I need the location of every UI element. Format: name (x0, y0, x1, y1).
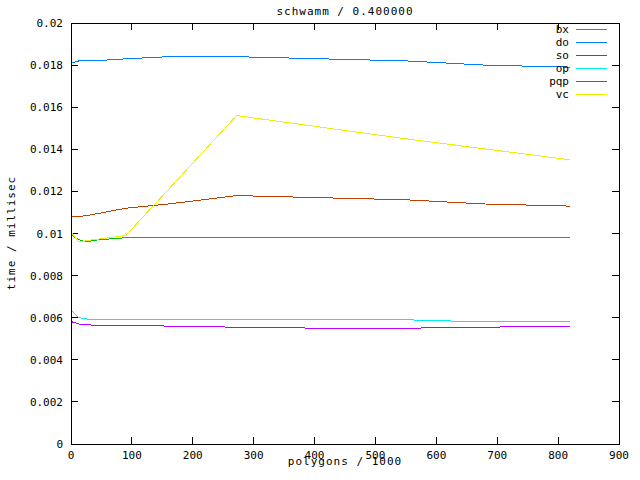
legend-label-do: do (556, 36, 569, 49)
legend-label-vc: vc (556, 88, 569, 101)
y-tick-label: 0.006 (30, 312, 63, 325)
legend-label-so: so (556, 49, 569, 62)
x-tick-label: 800 (548, 449, 568, 462)
y-tick-label: 0.01 (37, 228, 64, 241)
y-tick-label: 0.012 (30, 185, 63, 198)
y-tick-label: 0.014 (30, 143, 63, 156)
legend-label-op: op (556, 62, 569, 75)
series-line-do (72, 57, 570, 67)
x-tick-label: 700 (487, 449, 507, 462)
series-line-bx (72, 236, 570, 242)
x-tick-label: 300 (244, 449, 264, 462)
y-tick-label: 0.016 (30, 101, 63, 114)
y-tick-label: 0 (56, 438, 63, 451)
series-line-so (72, 322, 570, 328)
series-line-vc (72, 116, 570, 242)
y-tick-label: 0.002 (30, 396, 63, 409)
chart-canvas: schwamm / 0.400000 time / millisec polyg… (0, 0, 640, 480)
y-tick-label: 0.018 (30, 59, 63, 72)
x-tick-label: 400 (305, 449, 325, 462)
y-tick-label: 0.02 (37, 17, 64, 30)
series-line-op (72, 311, 570, 322)
legend-label-bx: bx (556, 23, 570, 36)
legend-label-pqp: pqp (549, 75, 569, 88)
x-tick-label: 600 (426, 449, 446, 462)
x-tick-label: 200 (183, 449, 203, 462)
plot-area: 010020030040050060070080090000.0020.0040… (0, 0, 640, 480)
x-tick-label: 0 (68, 449, 75, 462)
series-line-pqp (72, 196, 570, 217)
y-tick-label: 0.008 (30, 270, 63, 283)
x-tick-label: 900 (609, 449, 629, 462)
y-tick-label: 0.004 (30, 354, 63, 367)
x-tick-label: 100 (122, 449, 142, 462)
x-tick-label: 500 (366, 449, 386, 462)
plot-border (71, 23, 619, 444)
